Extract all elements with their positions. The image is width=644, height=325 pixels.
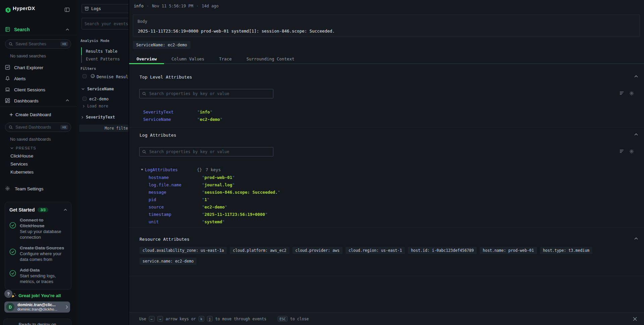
gear-icon[interactable] bbox=[629, 149, 634, 154]
preset-kubernetes[interactable]: Kubernetes bbox=[10, 170, 34, 175]
attribute-value[interactable]: ec2-demo bbox=[197, 117, 222, 122]
collapse-sidebar-icon[interactable] bbox=[64, 7, 70, 12]
section-title: Resource Attributes bbox=[140, 237, 190, 242]
more-filters-button[interactable]: More filters bbox=[79, 125, 128, 132]
tree-collapse-triangle-icon[interactable] bbox=[141, 169, 143, 171]
tab-overview[interactable]: Overview bbox=[129, 55, 164, 63]
filter-group-servicename[interactable]: ServiceName bbox=[82, 87, 114, 91]
attribute-key[interactable]: message bbox=[149, 190, 202, 195]
attribute-value[interactable]: ec2-demo bbox=[202, 204, 227, 210]
saved-searches-input[interactable]: ⌘K bbox=[5, 39, 71, 49]
attribute-value[interactable]: 1 bbox=[202, 197, 210, 202]
create-dashboard-label: Create Dashboard bbox=[15, 112, 51, 117]
tab-trace[interactable]: Trace bbox=[212, 55, 239, 63]
sidebar-item-alerts[interactable]: Alerts bbox=[14, 76, 26, 81]
top-level-attributes-section: Top Level Attributes SeverityText info S… bbox=[129, 64, 644, 128]
sidebar-item-client-sessions[interactable]: Client Sessions bbox=[14, 87, 45, 92]
mode-event-patterns[interactable]: Event Patterns bbox=[86, 57, 120, 61]
resource-chip[interactable]: host.id: i-0abc123def456789 bbox=[408, 247, 477, 254]
attribute-key[interactable]: source bbox=[149, 204, 202, 210]
saved-dashboards-input[interactable]: ⌘K bbox=[5, 123, 71, 132]
section-tools bbox=[619, 149, 634, 154]
attribute-key[interactable]: unit bbox=[149, 219, 202, 224]
tab-surrounding-context[interactable]: Surrounding Context bbox=[239, 55, 302, 63]
saved-dashboards-field[interactable] bbox=[15, 125, 60, 130]
resource-chip[interactable]: service.name: ec2-demo bbox=[140, 258, 197, 265]
dashboards-chevron-up-icon[interactable] bbox=[66, 99, 69, 101]
chart-explorer-icon bbox=[5, 65, 10, 70]
attribute-value[interactable]: systemd bbox=[202, 219, 225, 224]
collapse-section-chevron-icon[interactable] bbox=[634, 75, 638, 78]
filter-group-severitytext[interactable]: SeverityText bbox=[82, 115, 115, 120]
sidebar-item-team-settings[interactable]: Team Settings bbox=[15, 186, 44, 191]
saved-searches-field[interactable] bbox=[15, 41, 60, 47]
hyperdx-logo-icon bbox=[5, 7, 11, 13]
collapse-section-chevron-icon[interactable] bbox=[634, 237, 638, 240]
body-text: 2025-11-11T23:56:19+0000 prod-web-01 sys… bbox=[138, 29, 335, 34]
get-started-chevron-up-icon[interactable] bbox=[64, 209, 67, 211]
event-search-input[interactable] bbox=[82, 18, 128, 30]
attribute-key[interactable]: SeverityText bbox=[143, 109, 197, 114]
property-search[interactable] bbox=[139, 147, 273, 156]
presets-label: PRESETS bbox=[16, 146, 36, 150]
gear-icon[interactable] bbox=[629, 91, 634, 96]
help-button[interactable]: ? bbox=[4, 290, 12, 298]
user-menu[interactable]: D dominic.tran@clic... dominic.tran@clic… bbox=[4, 301, 70, 313]
denoise-checkbox[interactable] bbox=[83, 74, 87, 78]
mode-results-table[interactable]: Results Table bbox=[86, 49, 117, 54]
sidebar-item-search[interactable]: Search bbox=[14, 27, 30, 32]
sidebar-item-dashboards[interactable]: Dashboards bbox=[14, 98, 39, 103]
attribute-value[interactable]: journal.log bbox=[202, 182, 235, 187]
log-attributes-root-row[interactable]: LogAttributes {} 7 keys bbox=[141, 166, 275, 173]
presets-toggle[interactable]: PRESETS bbox=[10, 146, 36, 150]
ec2-demo-checkbox[interactable] bbox=[83, 97, 87, 101]
close-icon[interactable] bbox=[633, 317, 637, 321]
filter-lines-icon[interactable] bbox=[619, 149, 624, 154]
attribute-key[interactable]: log.file.name bbox=[149, 182, 202, 187]
property-search-field[interactable] bbox=[149, 149, 270, 154]
attribute-key[interactable]: ServiceName bbox=[143, 117, 197, 122]
property-search-field[interactable] bbox=[149, 91, 270, 96]
search-section-chevron-up-icon[interactable] bbox=[66, 29, 69, 31]
denoise-label[interactable]: Denoise Results bbox=[97, 75, 128, 79]
more-filters-label: More filters bbox=[105, 126, 128, 131]
get-started-item[interactable]: Add Data Start sending logs, metrics, or… bbox=[9, 267, 67, 284]
attribute-row: ServiceName ec2-demo bbox=[143, 115, 222, 123]
sidebar-item-chart-explorer[interactable]: Chart Explorer bbox=[14, 65, 43, 70]
property-search[interactable] bbox=[139, 89, 273, 98]
tree-root-key[interactable]: LogAttributes bbox=[145, 167, 178, 172]
get-started-item[interactable]: Create Data Sources Configure where your… bbox=[9, 245, 67, 262]
filter-lines-icon[interactable] bbox=[619, 91, 624, 96]
attribute-key[interactable]: pid bbox=[149, 197, 202, 202]
attribute-value[interactable]: session-846.scope: Succeeded. bbox=[202, 190, 280, 195]
resource-chip[interactable]: cloud.availability_zone: us-east-1a bbox=[140, 247, 227, 254]
get-started-item-title: Add Data bbox=[20, 267, 66, 273]
resource-chip[interactable]: cloud.platform: aws_ec2 bbox=[230, 247, 289, 254]
servicename-tag[interactable]: ServiceName: ec2-demo bbox=[133, 41, 191, 49]
resource-chip[interactable]: cloud.provider: aws bbox=[292, 247, 343, 254]
preset-clickhouse[interactable]: ClickHouse bbox=[10, 153, 33, 158]
tab-column-values[interactable]: Column Values bbox=[164, 55, 212, 63]
load-more-link[interactable]: Load more bbox=[83, 104, 108, 108]
attribute-value[interactable]: 2025-11-11T23:56:19+0000 bbox=[202, 212, 268, 217]
filter-value-ec2-demo[interactable]: ec2-demo bbox=[89, 97, 109, 101]
attribute-value[interactable]: info bbox=[197, 109, 212, 114]
resource-chip[interactable]: host.name: prod-web-01 bbox=[480, 247, 537, 254]
attribute-key[interactable]: hostname bbox=[149, 175, 202, 180]
key-arrow-left: ← bbox=[149, 316, 155, 322]
create-dashboard-button[interactable]: Create Dashboard bbox=[9, 112, 51, 117]
deploy-note-card[interactable]: Ready to deploy on bbox=[3, 319, 71, 325]
user-name: dominic.tran@clic... bbox=[17, 303, 57, 307]
alerts-bell-icon bbox=[5, 76, 10, 81]
source-selector-button[interactable]: Logs bbox=[82, 4, 128, 13]
attribute-key[interactable]: timestamp bbox=[149, 212, 202, 217]
avatar: D bbox=[6, 303, 14, 311]
resource-chip[interactable]: cloud.region: us-east-1 bbox=[345, 247, 405, 254]
preset-services[interactable]: Services bbox=[10, 161, 28, 167]
collapse-section-chevron-icon[interactable] bbox=[634, 133, 638, 136]
resource-chip[interactable]: host.type: t3.medium bbox=[540, 247, 592, 254]
event-body-box: Body 2025-11-11T23:56:19+0000 prod-web-0… bbox=[133, 14, 640, 37]
attribute-value[interactable]: prod-web-01 bbox=[202, 175, 235, 180]
get-started-item[interactable]: Connect to ClickHouse Set up your databa… bbox=[9, 217, 67, 240]
get-started-item-subtitle: Configure where your data comes from bbox=[20, 251, 66, 262]
